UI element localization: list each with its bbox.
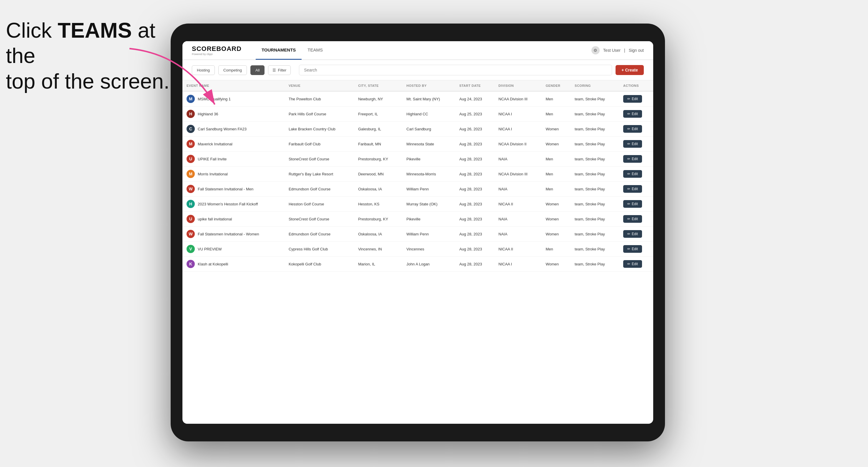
edit-icon: ✏ <box>627 142 630 146</box>
table-row: W Fall Statesmen Invitational - Men Edmu… <box>182 182 653 196</box>
cell-city-state: Prestonsburg, KY <box>354 212 402 226</box>
col-gender: GENDER <box>541 80 570 91</box>
cell-gender: Men <box>541 166 570 182</box>
hosting-tab[interactable]: Hosting <box>192 65 215 75</box>
edit-label: Edit <box>632 142 638 146</box>
cell-city-state: Vincennes, IN <box>354 242 402 257</box>
cell-gender: Women <box>541 212 570 226</box>
edit-label: Edit <box>632 262 638 266</box>
cell-division: NCAA Division II <box>494 136 541 152</box>
logo-letter: H <box>189 201 192 206</box>
edit-icon: ✏ <box>627 232 630 236</box>
cell-division: NCAA Division III <box>494 91 541 106</box>
sign-out-link[interactable]: Sign out <box>629 48 644 53</box>
edit-label: Edit <box>632 127 638 131</box>
instruction-bold: TEAMS <box>58 19 132 42</box>
logo-area: SCOREBOARD Powered by clippi <box>192 45 242 56</box>
cell-start-date: Aug 28, 2023 <box>455 257 494 272</box>
table-row: U upike fall invitational StoneCrest Gol… <box>182 212 653 226</box>
instruction-text: Click TEAMS at thetop of the screen. <box>6 18 182 94</box>
tablet-screen: SCOREBOARD Powered by clippi TOURNAMENTS… <box>182 41 653 424</box>
edit-button[interactable]: ✏ Edit <box>623 245 642 253</box>
edit-label: Edit <box>632 202 638 206</box>
cell-hosted-by: Carl Sandburg <box>402 122 455 136</box>
logo-letter: U <box>189 157 192 161</box>
nav-right: ⚙ Test User | Sign out <box>591 46 644 55</box>
team-logo: U <box>187 155 195 163</box>
search-input[interactable] <box>299 65 612 75</box>
logo-letter: M <box>189 142 192 146</box>
edit-button[interactable]: ✏ Edit <box>623 230 642 238</box>
edit-button[interactable]: ✏ Edit <box>623 185 642 193</box>
cell-event-name: U upike fall invitational <box>182 212 284 226</box>
cell-venue: Faribault Golf Club <box>284 136 354 152</box>
cell-gender: Women <box>541 226 570 242</box>
edit-button[interactable]: ✏ Edit <box>623 215 642 223</box>
cell-city-state: Galesburg, IL <box>354 122 402 136</box>
create-button[interactable]: + Create <box>616 65 644 75</box>
edit-icon: ✏ <box>627 247 630 251</box>
edit-button[interactable]: ✏ Edit <box>623 155 642 163</box>
toolbar: Hosting Competing All ☰ Filter + Create <box>182 60 653 80</box>
cell-division: NICAA I <box>494 122 541 136</box>
cell-event-name: M MSMC Qualifying 1 <box>182 91 284 106</box>
cell-hosted-by: Minnesota State <box>402 136 455 152</box>
edit-button[interactable]: ✏ Edit <box>623 260 642 268</box>
edit-button[interactable]: ✏ Edit <box>623 110 642 118</box>
nav-teams[interactable]: TEAMS <box>302 41 329 60</box>
nav-links: TOURNAMENTS TEAMS <box>256 41 591 60</box>
cell-start-date: Aug 28, 2023 <box>455 136 494 152</box>
edit-icon: ✏ <box>627 157 630 161</box>
cell-start-date: Aug 25, 2023 <box>455 106 494 122</box>
settings-icon[interactable]: ⚙ <box>591 46 600 55</box>
cell-event-name: W Fall Statesmen Invitational - Women <box>182 226 284 242</box>
logo-letter: M <box>189 96 192 101</box>
cell-division: NICAA I <box>494 106 541 122</box>
cell-city-state: Oskaloosa, IA <box>354 182 402 196</box>
cell-event-name: U UPIKE Fall Invite <box>182 152 284 166</box>
event-name-text: upike fall invitational <box>198 217 232 221</box>
filter-label: Filter <box>278 68 286 72</box>
cell-start-date: Aug 24, 2023 <box>455 91 494 106</box>
edit-label: Edit <box>632 247 638 251</box>
cell-division: NAIA <box>494 152 541 166</box>
cell-city-state: Deerwood, MN <box>354 166 402 182</box>
edit-icon: ✏ <box>627 172 630 176</box>
cell-start-date: Aug 28, 2023 <box>455 226 494 242</box>
cell-division: NCAA Division III <box>494 166 541 182</box>
col-venue: VENUE <box>284 80 354 91</box>
cell-scoring: team, Stroke Play <box>570 122 619 136</box>
competing-tab[interactable]: Competing <box>218 65 247 75</box>
edit-button[interactable]: ✏ Edit <box>623 170 642 178</box>
nav-tournaments[interactable]: TOURNAMENTS <box>256 41 302 60</box>
cell-hosted-by: Vincennes <box>402 242 455 257</box>
cell-venue: Kokopelli Golf Club <box>284 257 354 272</box>
cell-event-name: M Morris Invitational <box>182 166 284 182</box>
filter-button[interactable]: ☰ Filter <box>268 65 291 75</box>
all-tab[interactable]: All <box>250 65 265 75</box>
event-name-text: Morris Invitational <box>198 172 228 176</box>
edit-button[interactable]: ✏ Edit <box>623 95 642 103</box>
edit-icon: ✏ <box>627 217 630 221</box>
team-logo: M <box>187 95 195 103</box>
logo-letter: W <box>189 187 192 191</box>
logo-letter: V <box>189 247 192 251</box>
edit-button[interactable]: ✏ Edit <box>623 140 642 148</box>
cell-gender: Women <box>541 196 570 212</box>
edit-button[interactable]: ✏ Edit <box>623 200 642 208</box>
cell-actions: ✏ Edit <box>619 196 653 212</box>
col-actions: ACTIONS <box>619 80 653 91</box>
search-box <box>299 65 612 75</box>
table-row: M Morris Invitational Ruttger's Bay Lake… <box>182 166 653 182</box>
col-start-date: START DATE <box>455 80 494 91</box>
cell-scoring: team, Stroke Play <box>570 152 619 166</box>
cell-hosted-by: William Penn <box>402 226 455 242</box>
event-name-text: VU PREVIEW <box>198 247 222 251</box>
cell-actions: ✏ Edit <box>619 182 653 196</box>
cell-division: NAIA <box>494 182 541 196</box>
edit-button[interactable]: ✏ Edit <box>623 125 642 133</box>
team-logo: V <box>187 245 195 253</box>
logo-letter: U <box>189 217 192 221</box>
edit-label: Edit <box>632 112 638 116</box>
cell-gender: Men <box>541 242 570 257</box>
